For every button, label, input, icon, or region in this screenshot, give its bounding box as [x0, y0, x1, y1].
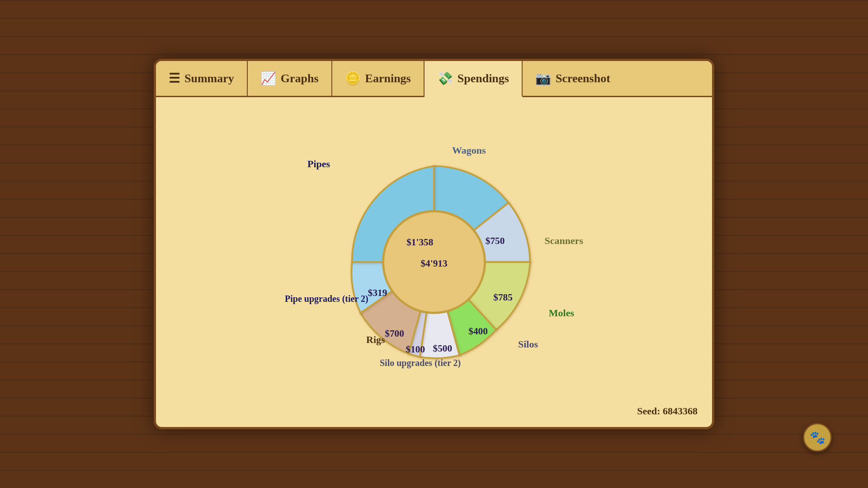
tab-screenshot-label: Screenshot: [556, 72, 610, 85]
tab-earnings-label: Earnings: [365, 72, 411, 85]
graphs-icon: 📈: [260, 71, 276, 86]
center-total-text: $4'913: [420, 258, 447, 269]
label-moles: Moles: [549, 307, 574, 319]
fab-icon: 🐾: [810, 430, 826, 445]
pie-chart-svg: $4'913 $1'358 $750 $785 $400 $500 $100 $…: [321, 149, 547, 375]
label-wagons: Wagons: [452, 145, 552, 156]
summary-icon: ☰: [169, 71, 180, 86]
val-moles: $400: [468, 326, 488, 337]
tab-summary[interactable]: ☰ Summary: [156, 61, 248, 96]
val-wagons: $750: [486, 235, 505, 246]
val-silos: $500: [433, 343, 453, 354]
label-silo-upgrades: Silo upgrades (tier 2): [380, 358, 461, 368]
val-scanners: $785: [493, 292, 513, 303]
label-pipe-upgrades: Pipe upgrades (tier 2): [285, 294, 368, 304]
label-rigs: Rigs: [366, 334, 385, 346]
label-scanners: Scanners: [544, 235, 583, 247]
tab-bar: ☰ Summary 📈 Graphs 🪙 Earnings 💸 Spending…: [156, 61, 712, 97]
label-silos: Silos: [518, 338, 538, 350]
tab-screenshot[interactable]: 📷 Screenshot: [523, 61, 623, 96]
val-silo-upgrades: $100: [406, 344, 425, 355]
tab-summary-label: Summary: [184, 72, 234, 85]
pie-container: $4'913 $1'358 $750 $785 $400 $500 $100 $…: [280, 127, 588, 398]
screenshot-icon: 📷: [535, 71, 551, 86]
fab-button[interactable]: 🐾: [803, 423, 832, 452]
val-pipe-upgrades: $319: [368, 287, 387, 298]
seed-text: Seed: 6843368: [637, 405, 698, 417]
tab-graphs[interactable]: 📈 Graphs: [248, 61, 332, 96]
val-rigs: $700: [385, 328, 404, 339]
tab-earnings[interactable]: 🪙 Earnings: [332, 61, 425, 96]
tab-spendings[interactable]: 💸 Spendings: [425, 61, 523, 97]
spendings-icon: 💸: [437, 71, 453, 86]
tab-graphs-label: Graphs: [281, 72, 319, 85]
label-pipes: Pipes: [307, 158, 330, 170]
val-pipes: $1'358: [406, 237, 433, 248]
main-panel: ☰ Summary 📈 Graphs 🪙 Earnings 💸 Spending…: [154, 59, 714, 429]
tab-spendings-label: Spendings: [458, 72, 509, 85]
content-area: $4'913 $1'358 $750 $785 $400 $500 $100 $…: [156, 97, 712, 427]
earnings-icon: 🪙: [345, 71, 361, 86]
